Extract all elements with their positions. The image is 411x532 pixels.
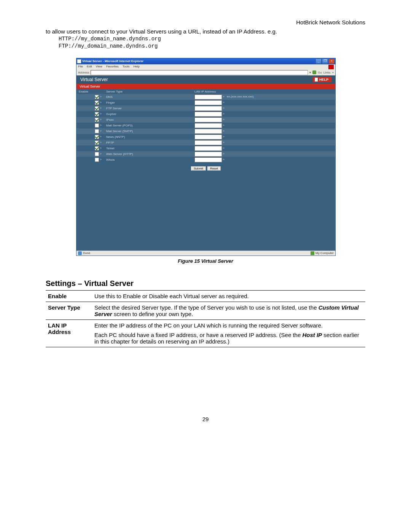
menu-view[interactable]: View xyxy=(96,65,102,69)
lan-ip-input[interactable] xyxy=(194,157,222,162)
chevron-icon: > xyxy=(99,135,102,138)
intro-text: to allow users to connect to your Virtua… xyxy=(46,28,365,35)
enable-checkbox[interactable] xyxy=(95,158,99,162)
table-row: >Web Server (HTTP)> xyxy=(76,151,335,157)
address-bar: Address ▾ Go Links » xyxy=(76,70,335,75)
window-minimize-button[interactable]: _ xyxy=(315,59,322,64)
chevron-icon: > xyxy=(99,112,102,115)
lan-ip-input[interactable] xyxy=(194,100,222,105)
table-row: >FTP Server> xyxy=(76,105,335,111)
brand-header: HotBrick Network Solutions xyxy=(46,19,365,26)
help-label: HELP xyxy=(319,78,328,81)
lan-ip-input[interactable] xyxy=(194,152,222,157)
ie-logo-icon xyxy=(328,65,334,69)
chevron-icon: > xyxy=(222,106,225,110)
reset-button[interactable]: Reset xyxy=(207,166,221,171)
col-enable: Enable xyxy=(76,89,104,94)
lan-ip-input[interactable] xyxy=(194,106,222,111)
chevron-icon: > xyxy=(222,158,225,161)
chevron-icon: > xyxy=(99,118,102,121)
help-icon xyxy=(315,78,318,81)
status-bar: Done My Computer xyxy=(76,251,335,256)
settings-row-server-type: Server Type Select the desired Server ty… xyxy=(46,302,365,320)
chevron-icon: > xyxy=(99,141,102,144)
page-number: 29 xyxy=(46,416,365,422)
chevron-icon: > xyxy=(99,152,102,155)
settings-row-lan-ip: LAN IP Address Enter the IP address of t… xyxy=(46,320,365,347)
window-maximize-button[interactable]: ❐ xyxy=(322,59,328,64)
lan-ip-input[interactable] xyxy=(194,112,222,117)
window-close-button[interactable]: × xyxy=(328,59,335,64)
submit-button[interactable]: Submit xyxy=(191,166,206,171)
table-row: >News (NNTP)> xyxy=(76,134,335,140)
server-type-cell: Finger xyxy=(104,100,192,105)
server-type-cell: Mail Server (SMTP) xyxy=(104,128,192,134)
chevron-icon: > xyxy=(222,101,225,104)
menu-file[interactable]: File xyxy=(78,65,83,69)
server-type-cell: Mail Server (POP3) xyxy=(104,123,192,128)
my-computer-icon xyxy=(311,251,314,255)
server-type-cell: Gopher xyxy=(104,111,192,117)
enable-checkbox[interactable] xyxy=(95,112,99,116)
window-title: Virtual Server - Microsoft Internet Expl… xyxy=(82,59,315,63)
server-type-cell: News (NNTP) xyxy=(104,134,192,140)
chevron-icon: > xyxy=(222,135,225,138)
go-icon[interactable] xyxy=(312,70,316,74)
server-type-cell: DNS xyxy=(104,94,192,100)
status-zone: My Computer xyxy=(315,251,334,255)
help-button[interactable]: HELP xyxy=(312,77,331,82)
table-row: >PPTP> xyxy=(76,140,335,145)
example-url-http: HTTP://my_domain_name.dyndns.org xyxy=(59,35,365,43)
ie-window: Virtual Server - Microsoft Internet Expl… xyxy=(76,58,336,256)
menu-help[interactable]: Help xyxy=(133,65,139,69)
form-button-row: Submit Reset xyxy=(76,163,335,171)
links-label[interactable]: Links xyxy=(323,71,331,74)
enable-checkbox[interactable] xyxy=(95,118,99,122)
links-chevron-icon[interactable]: » xyxy=(332,71,334,74)
menu-bar: File Edit View Favorites Tools Help xyxy=(76,64,335,70)
page-title: Virtual Server xyxy=(80,77,108,82)
address-dropdown-icon[interactable]: ▾ xyxy=(309,71,311,74)
chevron-icon: > xyxy=(222,141,225,144)
enable-checkbox[interactable] xyxy=(95,152,99,156)
status-done: Done xyxy=(83,251,90,255)
chevron-icon: > xyxy=(99,129,102,133)
lan-ip-input[interactable] xyxy=(194,94,222,99)
enable-checkbox[interactable] xyxy=(95,141,99,145)
lan-ip-input[interactable] xyxy=(194,146,222,151)
enable-checkbox[interactable] xyxy=(95,135,99,139)
settings-body-lan-ip: Enter the IP address of the PC on your L… xyxy=(92,320,365,347)
lan-ip-input[interactable] xyxy=(194,117,222,122)
settings-label-enable: Enable xyxy=(46,290,92,302)
enable-checkbox[interactable] xyxy=(95,129,99,133)
chevron-icon: > xyxy=(99,146,102,150)
enable-checkbox[interactable] xyxy=(95,95,99,99)
chevron-icon: > xyxy=(99,123,102,127)
lan-ip-input[interactable] xyxy=(194,129,222,134)
lan-ip-input[interactable] xyxy=(194,123,222,128)
server-type-cell: IPsec xyxy=(104,117,192,123)
window-titlebar: Virtual Server - Microsoft Internet Expl… xyxy=(76,58,335,64)
enable-checkbox[interactable] xyxy=(95,146,99,150)
menu-favorites[interactable]: Favorites xyxy=(106,65,119,69)
enable-checkbox[interactable] xyxy=(95,123,99,128)
lan-ip-input[interactable] xyxy=(194,140,222,145)
menu-edit[interactable]: Edit xyxy=(87,65,92,69)
page-title-row: Virtual Server HELP xyxy=(76,75,335,84)
table-row: >IPsec> xyxy=(76,117,335,123)
go-label[interactable]: Go xyxy=(318,71,322,74)
ie-icon xyxy=(77,59,81,63)
enable-checkbox[interactable] xyxy=(95,101,99,105)
table-row: >Telnet> xyxy=(76,145,335,151)
lan-ip-input[interactable] xyxy=(194,134,222,139)
server-type-cell: Telnet xyxy=(104,145,192,151)
address-input[interactable] xyxy=(91,70,308,75)
chevron-icon: > xyxy=(222,146,225,150)
page-content: Virtual Server HELP Virtual Server Enabl… xyxy=(76,75,335,251)
enable-checkbox[interactable] xyxy=(95,106,99,110)
menu-tools[interactable]: Tools xyxy=(123,65,130,69)
table-row: >DNS> ex.(xxx.xxx.xxx.xxx) xyxy=(76,94,335,100)
address-label: Address xyxy=(78,71,89,74)
chevron-icon: > xyxy=(222,129,225,133)
settings-label-server-type: Server Type xyxy=(46,302,92,320)
